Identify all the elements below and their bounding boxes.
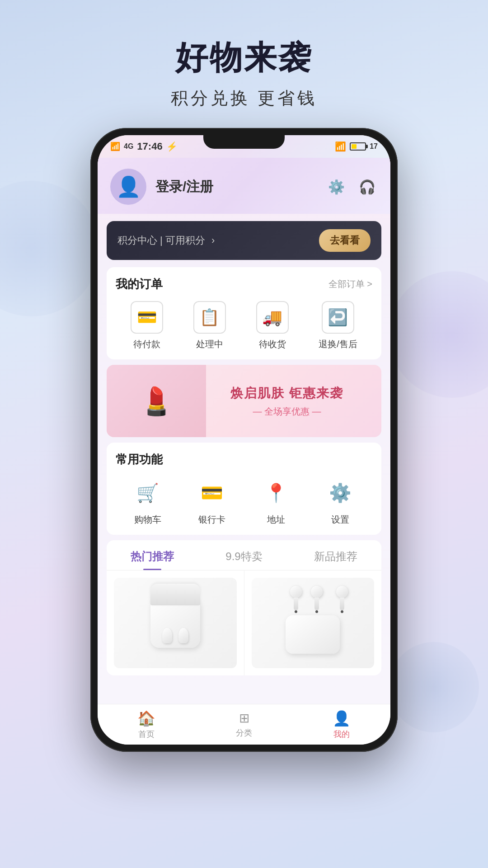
page-title: 好物来袭 xyxy=(171,36,318,80)
functions-section: 常用功能 🛒 购物车 💳 银行卡 📍 地址 xyxy=(107,443,381,535)
wifi-icon: 📶 xyxy=(335,141,346,152)
battery-icon xyxy=(350,142,366,151)
func-cart[interactable]: 🛒 购物车 xyxy=(131,476,164,526)
banner-subtitle: — 全场享优惠 — xyxy=(206,406,368,418)
func-settings[interactable]: ⚙️ 设置 xyxy=(324,476,357,526)
tab-hot-label: 热门推荐 xyxy=(131,550,174,562)
order-pending-payment[interactable]: 💳 待付款 xyxy=(131,301,163,350)
battery-fill xyxy=(352,144,357,149)
battery-level: 17 xyxy=(370,142,378,151)
orders-title: 我的订单 xyxy=(116,276,163,292)
tab-hot[interactable]: 热门推荐 xyxy=(107,540,198,570)
address-label: 地址 xyxy=(267,514,285,526)
nav-mine[interactable]: 👤 我的 xyxy=(293,710,390,740)
tab-new-label: 新品推荐 xyxy=(314,550,357,562)
func-icons: 🛒 购物车 💳 银行卡 📍 地址 ⚙️ 设置 xyxy=(116,476,372,526)
points-text: 积分中心 | 可用积分 › xyxy=(117,234,215,247)
pending-payment-label: 待付款 xyxy=(133,338,160,350)
headset-icon: 🎧 xyxy=(359,179,375,195)
profile-left: 👤 登录/注册 xyxy=(110,169,213,205)
mine-label: 我的 xyxy=(333,729,350,740)
orders-header: 我的订单 全部订单 > xyxy=(116,276,372,292)
func-address[interactable]: 📍 地址 xyxy=(260,476,292,526)
pending-delivery-icon: 🚚 xyxy=(256,301,289,334)
order-pending-delivery[interactable]: 🚚 待收货 xyxy=(256,301,289,350)
points-arrow: › xyxy=(211,235,215,246)
home-icon: 🏠 xyxy=(137,710,155,727)
nav-home[interactable]: 🏠 首页 xyxy=(98,710,195,740)
cart-icon: 🛒 xyxy=(131,476,164,509)
pending-delivery-label: 待收货 xyxy=(259,338,286,350)
points-banner: 积分中心 | 可用积分 › 去看看 xyxy=(107,221,381,260)
address-icon: 📍 xyxy=(260,476,292,509)
flash-icon: ⚡ xyxy=(166,141,178,152)
product-card-airpods3[interactable] xyxy=(244,571,382,675)
pending-payment-icon: 💳 xyxy=(131,301,163,334)
headset-button[interactable]: 🎧 xyxy=(356,176,378,198)
tabs-header: 热门推荐 9.9特卖 新品推荐 xyxy=(107,540,381,571)
tabs-section: 热门推荐 9.9特卖 新品推荐 xyxy=(107,540,381,571)
product-card-airpods2[interactable] xyxy=(107,571,244,675)
processing-label: 处理中 xyxy=(196,338,223,350)
functions-header: 常用功能 xyxy=(116,452,372,467)
screen-content[interactable]: 👤 登录/注册 ⚙️ 🎧 积分中心 | 可用积分 › xyxy=(98,158,390,704)
nav-category[interactable]: ⊞ 分类 xyxy=(195,711,293,738)
page-subtitle: 积分兑换 更省钱 xyxy=(171,87,318,110)
category-label: 分类 xyxy=(236,727,252,738)
bottom-nav: 🏠 首页 ⊞ 分类 👤 我的 xyxy=(98,704,390,745)
settings-func-icon: ⚙️ xyxy=(324,476,357,509)
status-time: 17:46 xyxy=(137,141,162,152)
return-label: 退换/售后 xyxy=(319,338,357,350)
profile-icons: ⚙️ 🎧 xyxy=(325,176,378,198)
order-processing[interactable]: 📋 处理中 xyxy=(193,301,226,350)
network-type: 4G xyxy=(124,142,133,151)
cart-label: 购物车 xyxy=(134,514,161,526)
tab-sale[interactable]: 9.9特卖 xyxy=(198,540,290,570)
status-left: 📶 4G 17:46 ⚡ xyxy=(110,141,178,152)
tab-sale-label: 9.9特卖 xyxy=(225,550,262,562)
settings-func-label: 设置 xyxy=(331,514,349,526)
settings-button[interactable]: ⚙️ xyxy=(325,176,347,198)
points-label: 积分中心 | 可用积分 xyxy=(117,235,205,246)
return-icon: ↩️ xyxy=(322,301,354,334)
category-icon: ⊞ xyxy=(239,711,249,726)
phone-frame: 📶 4G 17:46 ⚡ 📶 17 👤 登录/ xyxy=(90,128,398,752)
bank-label: 银行卡 xyxy=(198,514,225,526)
home-label: 首页 xyxy=(138,729,155,740)
settings-icon: ⚙️ xyxy=(328,179,345,195)
orders-section: 我的订单 全部订单 > 💳 待付款 📋 处理中 🚚 待收货 xyxy=(107,267,381,359)
signal-icon: 📶 xyxy=(110,142,120,151)
banner-text: 焕启肌肤 钜惠来袭 — 全场享优惠 — xyxy=(206,385,368,418)
phone-notch xyxy=(203,135,285,149)
banner-title: 焕启肌肤 钜惠来袭 xyxy=(206,385,368,402)
status-right: 📶 17 xyxy=(335,141,378,152)
tab-new[interactable]: 新品推荐 xyxy=(290,540,381,570)
avatar[interactable]: 👤 xyxy=(110,169,146,205)
func-bank[interactable]: 💳 银行卡 xyxy=(196,476,228,526)
product-grid xyxy=(107,571,381,675)
page-header: 好物来袭 积分兑换 更省钱 xyxy=(171,0,318,128)
avatar-icon: 👤 xyxy=(116,175,141,198)
order-icons: 💳 待付款 📋 处理中 🚚 待收货 ↩️ 退换/售后 xyxy=(116,301,372,350)
bank-icon: 💳 xyxy=(196,476,228,509)
mine-icon: 👤 xyxy=(333,710,351,727)
functions-title: 常用功能 xyxy=(116,452,163,467)
banner-ad[interactable]: 💄 焕启肌肤 钜惠来袭 — 全场享优惠 — xyxy=(107,365,381,437)
banner-image: 💄 xyxy=(107,365,206,437)
processing-icon: 📋 xyxy=(193,301,226,334)
orders-more[interactable]: 全部订单 > xyxy=(328,278,372,290)
profile-header: 👤 登录/注册 ⚙️ 🎧 xyxy=(98,158,390,214)
phone-screen: 📶 4G 17:46 ⚡ 📶 17 👤 登录/ xyxy=(98,135,390,745)
points-button[interactable]: 去看看 xyxy=(319,229,371,252)
profile-login-text[interactable]: 登录/注册 xyxy=(155,178,213,196)
order-return[interactable]: ↩️ 退换/售后 xyxy=(319,301,357,350)
